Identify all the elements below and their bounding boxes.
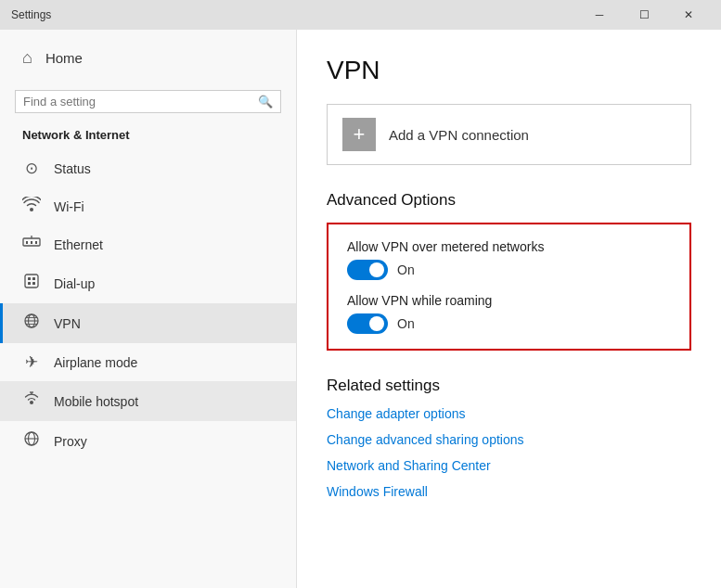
toggle-status-metered: On	[397, 262, 415, 277]
status-icon: ⊙	[22, 159, 41, 178]
minimize-button[interactable]: ─	[578, 0, 621, 30]
toggle-container-metered: On	[347, 260, 671, 280]
link-sharing-center[interactable]: Network and Sharing Center	[327, 458, 691, 473]
svg-rect-2	[31, 241, 32, 244]
svg-rect-9	[32, 282, 35, 285]
sidebar-home[interactable]: ⌂ Home	[0, 30, 296, 86]
sidebar-item-label-proxy: Proxy	[54, 434, 87, 449]
svg-point-15	[30, 401, 33, 404]
link-change-sharing[interactable]: Change advanced sharing options	[327, 432, 691, 447]
search-box: 🔍	[15, 90, 281, 113]
sidebar-item-label-airplane: Airplane mode	[54, 355, 137, 370]
add-vpn-box[interactable]: + Add a VPN connection	[327, 104, 691, 165]
search-input[interactable]	[23, 95, 252, 109]
page-title: VPN	[327, 56, 691, 85]
hotspot-icon	[22, 390, 41, 412]
maximize-button[interactable]: ☐	[623, 0, 665, 30]
toggle-label-roaming: Allow VPN while roaming	[347, 293, 671, 308]
proxy-icon	[22, 430, 41, 452]
toggle-switch-roaming[interactable]	[347, 313, 388, 334]
svg-rect-5	[25, 275, 38, 288]
airplane-icon: ✈	[22, 352, 41, 372]
sidebar-item-hotspot[interactable]: Mobile hotspot	[0, 381, 296, 421]
link-firewall[interactable]: Windows Firewall	[327, 484, 691, 499]
toggle-switch-metered[interactable]	[347, 260, 388, 280]
related-settings-title: Related settings	[327, 377, 691, 395]
toggle-status-roaming: On	[397, 316, 415, 331]
sidebar-item-label-dialup: Dial-up	[54, 276, 95, 291]
sidebar: ⌂ Home 🔍 Network & Internet ⊙ Status Wi-…	[0, 30, 297, 588]
sidebar-item-label-vpn: VPN	[54, 316, 81, 331]
svg-rect-6	[28, 277, 31, 280]
app-body: ⌂ Home 🔍 Network & Internet ⊙ Status Wi-…	[0, 30, 721, 588]
sidebar-home-label: Home	[45, 50, 83, 66]
search-icon[interactable]: 🔍	[258, 95, 273, 109]
sidebar-item-proxy[interactable]: Proxy	[0, 421, 296, 461]
advanced-options-title: Advanced Options	[327, 191, 691, 210]
title-bar: Settings ─ ☐ ✕	[0, 0, 721, 30]
ethernet-icon	[22, 235, 41, 254]
advanced-options-box: Allow VPN over metered networks On Allow…	[327, 223, 691, 351]
sidebar-item-vpn[interactable]: VPN	[0, 303, 296, 343]
toggle-row-roaming: Allow VPN while roaming On	[347, 293, 671, 334]
sidebar-item-wifi[interactable]: Wi-Fi	[0, 187, 296, 225]
title-bar-controls: ─ ☐ ✕	[578, 0, 710, 30]
sidebar-item-airplane[interactable]: ✈ Airplane mode	[0, 343, 296, 381]
add-vpn-plus-icon: +	[342, 118, 376, 151]
dialup-icon	[22, 273, 41, 294]
sidebar-item-status[interactable]: ⊙ Status	[0, 149, 296, 187]
sidebar-item-label-wifi: Wi-Fi	[54, 199, 84, 214]
close-button[interactable]: ✕	[667, 0, 710, 30]
sidebar-item-ethernet[interactable]: Ethernet	[0, 225, 296, 263]
svg-rect-7	[32, 277, 35, 280]
toggle-container-roaming: On	[347, 313, 671, 334]
svg-rect-8	[28, 282, 31, 285]
link-change-adapter[interactable]: Change adapter options	[327, 406, 691, 421]
title-bar-title: Settings	[11, 8, 578, 21]
main-content: VPN + Add a VPN connection Advanced Opti…	[297, 30, 721, 588]
svg-rect-1	[26, 241, 28, 244]
sidebar-item-label-ethernet: Ethernet	[54, 237, 103, 252]
svg-rect-3	[35, 241, 37, 244]
add-vpn-label: Add a VPN connection	[389, 127, 529, 143]
sidebar-section-label: Network & Internet	[0, 124, 296, 149]
toggle-row-metered: Allow VPN over metered networks On	[347, 239, 671, 280]
home-icon: ⌂	[22, 48, 32, 68]
sidebar-item-label-status: Status	[54, 161, 91, 176]
sidebar-item-dialup[interactable]: Dial-up	[0, 263, 296, 303]
vpn-icon	[22, 313, 41, 334]
sidebar-item-label-hotspot: Mobile hotspot	[54, 394, 138, 409]
toggle-label-metered: Allow VPN over metered networks	[347, 239, 671, 254]
wifi-icon	[22, 197, 41, 216]
